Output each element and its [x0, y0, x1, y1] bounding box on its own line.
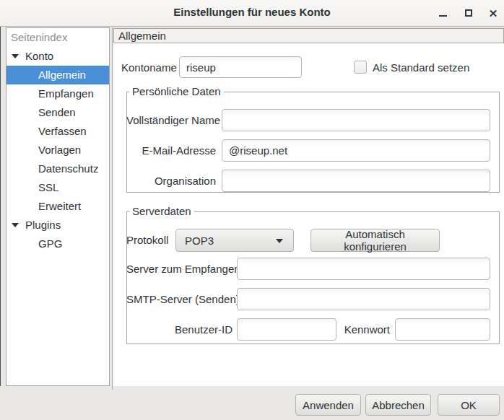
- tree-item-label: Datenschutz: [38, 162, 98, 175]
- sidebar-item-verfassen[interactable]: Verfassen: [6, 122, 109, 141]
- tree-item-label: Konto: [25, 50, 53, 62]
- window-left-edge: [0, 27, 1, 386]
- pane-splitter[interactable]: [112, 27, 113, 390]
- user-id-label: Benutzer-ID: [126, 318, 233, 341]
- maximize-button[interactable]: [459, 4, 478, 22]
- tree-item-label: Erweitert: [38, 200, 81, 212]
- protocol-value: POP3: [185, 235, 214, 247]
- sidebar-item-konto[interactable]: Konto: [6, 47, 109, 66]
- account-settings-dialog: Einstellungen für neues Konto ✕ Seitenin…: [0, 0, 504, 420]
- set-default-label[interactable]: Als Standard setzen: [373, 56, 469, 79]
- receive-server-input[interactable]: [237, 258, 490, 280]
- sidebar-item-plugins[interactable]: Plugins: [6, 216, 109, 235]
- email-input[interactable]: [222, 139, 490, 162]
- server-data-legend: Serverdaten: [129, 206, 194, 217]
- tree-item-label: Allgemein: [38, 69, 86, 81]
- ok-button[interactable]: OK: [438, 394, 500, 416]
- chevron-down-icon: [276, 239, 283, 243]
- full-name-label: Vollständiger Name: [126, 109, 216, 131]
- tree-item-label: Empfangen: [38, 87, 94, 100]
- protocol-dropdown[interactable]: POP3: [175, 229, 294, 252]
- window-title: Einstellungen für neues Konto: [0, 0, 504, 26]
- password-label: Kennwort: [336, 318, 390, 341]
- kontoname-label: Kontoname: [121, 56, 177, 79]
- apply-button[interactable]: Anwenden: [295, 394, 361, 416]
- receive-server-label: Server zum Empfangen: [126, 258, 233, 280]
- auto-configure-button[interactable]: Automatisch konfigurieren: [310, 229, 440, 252]
- sidebar-item-datenschutz[interactable]: Datenschutz: [6, 159, 109, 178]
- expander-down-icon[interactable]: [12, 54, 19, 58]
- minimize-button[interactable]: [433, 4, 452, 22]
- close-icon: ✕: [489, 8, 498, 19]
- page-index-tree: Seitenindex Konto Allgemein Empfangen Se…: [6, 27, 110, 386]
- organisation-label: Organisation: [126, 170, 216, 192]
- section-header: Allgemein: [113, 28, 504, 43]
- sidebar-item-empfangen[interactable]: Empfangen: [6, 84, 109, 103]
- sidebar-item-gpg[interactable]: GPG: [6, 235, 109, 253]
- protocol-label: Protokoll: [126, 229, 168, 252]
- sidebar-item-erweitert[interactable]: Erweitert: [6, 197, 109, 216]
- smtp-server-label: SMTP-Server (Senden): [126, 288, 233, 310]
- titlebar[interactable]: Einstellungen für neues Konto ✕: [0, 0, 504, 27]
- close-button[interactable]: ✕: [484, 4, 503, 22]
- password-input[interactable]: [395, 318, 490, 341]
- sidebar-item-ssl[interactable]: SSL: [6, 178, 109, 197]
- sidebar-item-vorlagen[interactable]: Vorlagen: [6, 141, 109, 159]
- minimize-icon: [439, 15, 447, 17]
- sidebar-item-senden[interactable]: Senden: [6, 103, 109, 122]
- expander-down-icon[interactable]: [12, 223, 19, 227]
- maximize-icon: [465, 9, 472, 17]
- tree-item-label: Plugins: [25, 219, 61, 231]
- personal-data-legend: Persönliche Daten: [129, 86, 224, 97]
- tree-item-label: Senden: [38, 106, 76, 118]
- full-name-input[interactable]: [222, 109, 490, 131]
- cancel-button[interactable]: Abbrechen: [365, 394, 431, 416]
- tree-item-label: Vorlagen: [38, 144, 81, 156]
- sidebar-header: Seitenindex: [6, 28, 109, 47]
- kontoname-input[interactable]: [179, 56, 302, 78]
- user-id-input[interactable]: [237, 318, 336, 341]
- smtp-server-input[interactable]: [237, 288, 490, 310]
- tree-item-label: SSL: [38, 181, 58, 193]
- tree-item-label: Verfassen: [38, 125, 87, 137]
- organisation-input[interactable]: [222, 170, 490, 192]
- set-default-checkbox[interactable]: [354, 61, 367, 74]
- tree-item-label: GPG: [38, 237, 62, 250]
- sidebar-item-allgemein[interactable]: Allgemein: [6, 66, 109, 84]
- email-label: E-Mail-Adresse: [126, 139, 216, 162]
